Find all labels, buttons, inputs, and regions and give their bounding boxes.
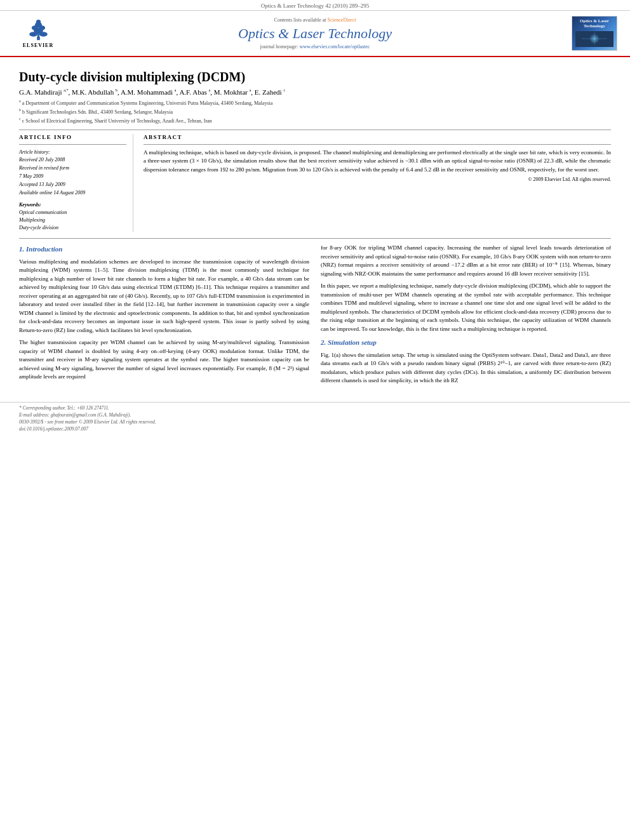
article-history: Article history: Received 20 July 2008 R… — [19, 149, 126, 197]
section1-heading: 1. Introduction — [19, 244, 309, 255]
footer-info: 0030-3992/$ - see front matter © 2009 El… — [19, 419, 156, 425]
svg-rect-1 — [37, 33, 39, 37]
svg-point-8 — [36, 19, 40, 23]
accepted-date: Accepted 13 July 2009 — [19, 181, 126, 189]
affil-a: a a Department of Computer and Communica… — [19, 98, 611, 107]
footnote-2: E-mail address: ghafourain@gmail.com (G.… — [19, 412, 156, 418]
copyright: © 2009 Elsevier Ltd. All rights reserved… — [144, 177, 611, 182]
journal-logo-right: Optics & Laser Technology — [566, 16, 617, 51]
logo-image-icon — [575, 31, 613, 47]
authors-line: G.A. Mahdiraji a,*, M.K. Abdullah b, A.M… — [19, 88, 611, 96]
section1-para1: Various multiplexing and modulation sche… — [19, 258, 309, 335]
journal-logo-title: Optics & Laser Technology — [575, 18, 613, 48]
sciencedirect-link[interactable]: ScienceDirect — [328, 17, 356, 23]
keywords-label: Keywords: — [19, 202, 126, 208]
page-footer: * Corresponding author. Tel.: +60 126 27… — [0, 402, 630, 436]
keyword-3: Duty-cycle division — [19, 224, 126, 232]
body-right-column: for 8-ary OOK for tripling WDM channel c… — [321, 244, 611, 389]
journal-header-center: Contents lists available at ScienceDirec… — [64, 17, 566, 50]
divider-body — [19, 238, 611, 239]
keyword-2: Multiplexing — [19, 217, 126, 224]
article-info-abstract: ARTICLE INFO Article history: Received 2… — [19, 134, 611, 232]
body-columns: 1. Introduction Various multiplexing and… — [19, 244, 611, 389]
abstract-text: A multiplexing technique, which is based… — [144, 149, 611, 175]
section2-para1: Fig. 1(a) shows the simulation setup. Th… — [321, 351, 611, 385]
footer-notes: * Corresponding author. Tel.: +60 126 27… — [19, 405, 156, 433]
affil-c: c c School of Electrical Engineering, Sh… — [19, 116, 611, 124]
article-info-column: ARTICLE INFO Article history: Received 2… — [19, 134, 133, 232]
received-revised-label: Received in revised form — [19, 164, 126, 173]
elsevier-logo-area: ELSEVIER — [13, 18, 64, 50]
journal-title: Optics & Laser Technology — [64, 25, 566, 42]
footnote-1: * Corresponding author. Tel.: +60 126 27… — [19, 405, 156, 411]
doi: doi:10.1016/j.optlastec.2009.07.007 — [19, 426, 156, 432]
abstract-header: ABSTRACT — [144, 134, 611, 140]
journal-logo-box: Optics & Laser Technology — [572, 16, 617, 51]
body-left-column: 1. Introduction Various multiplexing and… — [19, 244, 309, 389]
available-date: Available online 14 August 2009 — [19, 189, 126, 197]
section2-heading: 2. Simulation setup — [321, 337, 611, 348]
citation-text: Optics & Laser Technology 42 (2010) 289–… — [261, 3, 370, 9]
article-info-header: ARTICLE INFO — [19, 134, 126, 140]
elsevier-logo: ELSEVIER — [16, 18, 60, 50]
citation-bar: Optics & Laser Technology 42 (2010) 289–… — [0, 0, 630, 11]
history-label: Article history: — [19, 149, 126, 157]
divider-abstract — [144, 144, 611, 145]
affil-b: b b Significant Technologies Sdn. Bhd., … — [19, 107, 611, 116]
keyword-1: Optical communication — [19, 209, 126, 217]
divider-1 — [19, 130, 611, 130]
divider-article-info — [19, 144, 126, 145]
journal-homepage-link[interactable]: www.elsevier.com/locate/optlastec — [299, 44, 370, 50]
affiliations: a a Department of Computer and Communica… — [19, 98, 611, 124]
section1-para2: The higher transmission capacity per WDM… — [19, 338, 309, 382]
elsevier-wordmark: ELSEVIER — [23, 43, 53, 48]
elsevier-tree-icon — [24, 19, 53, 41]
sciencedirect-label: Contents lists available at ScienceDirec… — [64, 17, 566, 23]
keywords-section: Keywords: Optical communication Multiple… — [19, 202, 126, 232]
page-wrapper: Optics & Laser Technology 42 (2010) 289–… — [0, 0, 630, 840]
journal-homepage: journal homepage: www.elsevier.com/locat… — [64, 44, 566, 50]
received-date: Received 20 July 2008 — [19, 156, 126, 164]
abstract-column: ABSTRACT A multiplexing technique, which… — [144, 134, 611, 232]
revised-date: 7 May 2009 — [19, 173, 126, 181]
main-content: Duty-cycle division multiplexing (DCDM) … — [0, 57, 630, 396]
section1-right-para1: for 8-ary OOK for tripling WDM channel c… — [321, 244, 611, 278]
section1-right-para2: In this paper, we report a multiplexing … — [321, 282, 611, 333]
journal-header: ELSEVIER Contents lists available at Sci… — [0, 11, 630, 57]
paper-title: Duty-cycle division multiplexing (DCDM) — [19, 70, 611, 84]
